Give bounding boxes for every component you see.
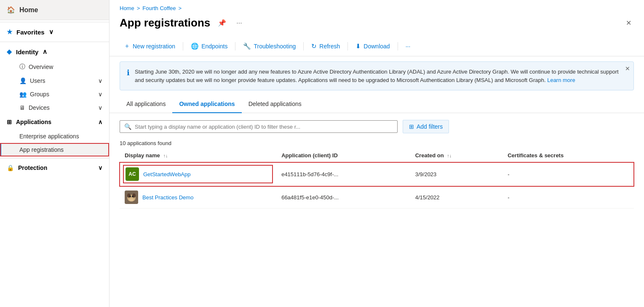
app-photo-2 xyxy=(125,191,138,204)
toolbar-separator-5 xyxy=(398,42,398,50)
sidebar-protection[interactable]: 🔒 Protection ∨ xyxy=(0,160,109,175)
breadcrumb-sep2: > xyxy=(179,5,182,11)
app-link-1[interactable]: GetStartedWebApp xyxy=(143,171,191,177)
sidebar-item-users[interactable]: 👤 Users ∨ xyxy=(0,74,109,87)
app-registrations-label: App registrations xyxy=(19,146,64,153)
search-input[interactable] xyxy=(135,124,393,130)
app-icon-1: AC xyxy=(126,167,139,181)
favorites-chevron: ∨ xyxy=(49,28,53,36)
sidebar: 🏠 Home ★ Favorites ∨ ◆ Identity ∧ ⓘ Over… xyxy=(0,0,110,307)
endpoints-button[interactable]: 🌐 Endpoints xyxy=(187,40,232,53)
users-chevron: ∨ xyxy=(98,77,102,84)
created-on-1: 3/9/2023 xyxy=(410,162,503,186)
new-registration-button[interactable]: ＋ New registration xyxy=(120,40,179,53)
sidebar-favorites[interactable]: ★ Favorites ∨ xyxy=(0,24,109,40)
identity-icon: ◆ xyxy=(7,48,12,56)
sidebar-applications[interactable]: ⊞ Applications ∧ xyxy=(0,114,109,130)
toolbar-more-icon: ··· xyxy=(406,43,411,50)
overview-icon: ⓘ xyxy=(19,63,25,71)
sidebar-item-devices[interactable]: 🖥 Devices ∨ xyxy=(0,101,109,114)
app-name-cell: AC GetStartedWebApp xyxy=(120,162,276,186)
svg-point-6 xyxy=(132,196,134,197)
banner-text: Starting June 30th, 2020 we will no long… xyxy=(135,68,627,84)
toolbar-separator-2 xyxy=(235,42,235,50)
favorites-icon: ★ xyxy=(7,28,12,36)
refresh-icon: ↻ xyxy=(311,42,317,50)
banner-close-button[interactable]: ✕ xyxy=(625,65,630,72)
breadcrumb: Home > Fourth Coffee > xyxy=(110,0,644,13)
home-label: Home xyxy=(19,6,102,14)
col-created-on: Created on ↑↓ xyxy=(410,149,503,162)
sidebar-item-groups[interactable]: 👥 Groups ∨ xyxy=(0,87,109,101)
protection-chevron: ∨ xyxy=(98,164,102,171)
app-name-cell: Best Practices Demo xyxy=(120,186,276,209)
sidebar-home[interactable]: 🏠 Home xyxy=(0,0,109,20)
table-header-row: Display name ↑↓ Application (client) ID … xyxy=(120,149,634,162)
tabs: All applications Owned applications Dele… xyxy=(110,95,644,113)
header-more-icon: ··· xyxy=(236,19,242,26)
globe-icon: 🌐 xyxy=(191,42,199,50)
breadcrumb-sep1: > xyxy=(137,5,140,11)
troubleshooting-button[interactable]: 🔧 Troubleshooting xyxy=(239,40,300,53)
toolbar-separator-3 xyxy=(303,42,304,50)
app-link-2[interactable]: Best Practices Demo xyxy=(142,194,193,201)
sidebar-item-overview[interactable]: ⓘ Overview xyxy=(0,60,109,74)
groups-label: Groups xyxy=(30,91,49,98)
search-box: 🔍 xyxy=(120,120,398,133)
download-button[interactable]: ⬇ Download xyxy=(351,40,394,53)
devices-icon: 🖥 xyxy=(19,104,25,111)
svg-point-5 xyxy=(129,196,131,197)
tab-owned-applications[interactable]: Owned applications xyxy=(172,95,241,113)
created-on-2: 4/15/2022 xyxy=(410,186,503,209)
certs-2: - xyxy=(502,186,634,209)
home-icon: 🏠 xyxy=(7,6,15,14)
pin-button[interactable]: 📌 xyxy=(215,17,229,29)
filter-row: 🔍 ⊞ Add filters xyxy=(110,113,644,137)
filter-icon: ⊞ xyxy=(409,123,414,130)
page-header: App registrations 📌 ··· ✕ xyxy=(110,13,644,36)
toolbar-more-button[interactable]: ··· xyxy=(401,40,415,52)
add-filters-button[interactable]: ⊞ Add filters xyxy=(403,120,449,133)
client-id-2: 66a481f5-e1e0-450d-... xyxy=(276,186,410,209)
header-more-button[interactable]: ··· xyxy=(234,18,244,29)
identity-label: Identity xyxy=(16,48,38,56)
certs-1: - xyxy=(502,162,634,186)
devices-chevron: ∨ xyxy=(98,104,102,111)
pin-icon: 📌 xyxy=(218,19,226,26)
search-icon: 🔍 xyxy=(124,123,131,130)
col-certs: Certificates & secrets xyxy=(502,149,634,162)
info-banner: ℹ Starting June 30th, 2020 we will no lo… xyxy=(120,61,634,90)
app-icon-2 xyxy=(125,191,138,204)
groups-icon: 👥 xyxy=(19,91,27,98)
devices-label: Devices xyxy=(29,104,50,111)
breadcrumb-tenant[interactable]: Fourth Coffee xyxy=(142,5,176,11)
overview-label: Overview xyxy=(29,64,53,70)
protection-label: Protection xyxy=(18,164,47,171)
table-row: Best Practices Demo 66a481f5-e1e0-450d-.… xyxy=(120,186,634,209)
tab-all-applications[interactable]: All applications xyxy=(120,95,172,113)
users-icon: 👤 xyxy=(19,77,27,84)
favorites-label: Favorites xyxy=(16,29,45,36)
table-row: AC GetStartedWebApp e415111b-5d76-4c9f-.… xyxy=(120,162,634,186)
svg-point-4 xyxy=(129,198,134,201)
breadcrumb-home[interactable]: Home xyxy=(120,5,134,11)
results-count: 10 applications found xyxy=(110,137,644,149)
sidebar-item-app-registrations[interactable]: App registrations xyxy=(0,143,109,156)
groups-chevron: ∨ xyxy=(98,91,102,98)
tab-deleted-applications[interactable]: Deleted applications xyxy=(242,95,308,113)
identity-chevron: ∧ xyxy=(43,48,47,56)
info-icon: ℹ xyxy=(127,68,130,77)
sidebar-identity[interactable]: ◆ Identity ∧ xyxy=(0,44,109,60)
sort-created-on-icon[interactable]: ↑↓ xyxy=(447,153,452,158)
enterprise-apps-label: Enterprise applications xyxy=(19,133,79,140)
plus-icon: ＋ xyxy=(124,42,130,50)
close-button[interactable]: ✕ xyxy=(623,17,634,29)
client-id-1: e415111b-5d76-4c9f-... xyxy=(276,162,410,186)
refresh-button[interactable]: ↻ Refresh xyxy=(307,40,344,53)
learn-more-link[interactable]: Learn more xyxy=(547,77,575,83)
close-icon: ✕ xyxy=(626,19,631,26)
toolbar-separator-4 xyxy=(347,42,348,50)
users-label: Users xyxy=(30,77,45,84)
sidebar-item-enterprise-apps[interactable]: Enterprise applications xyxy=(0,130,109,143)
sort-display-name-icon[interactable]: ↑↓ xyxy=(163,153,168,158)
